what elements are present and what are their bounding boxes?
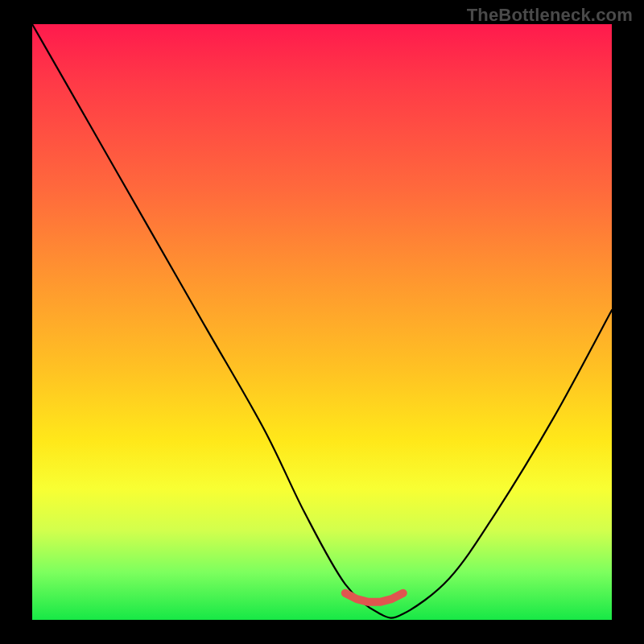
red-marker-path — [345, 593, 403, 602]
curve-layer — [32, 24, 612, 620]
value-curve-path — [32, 24, 612, 618]
watermark-text: TheBottleneck.com — [467, 5, 633, 26]
chart-frame: TheBottleneck.com — [0, 0, 644, 644]
plot-area — [32, 24, 612, 620]
